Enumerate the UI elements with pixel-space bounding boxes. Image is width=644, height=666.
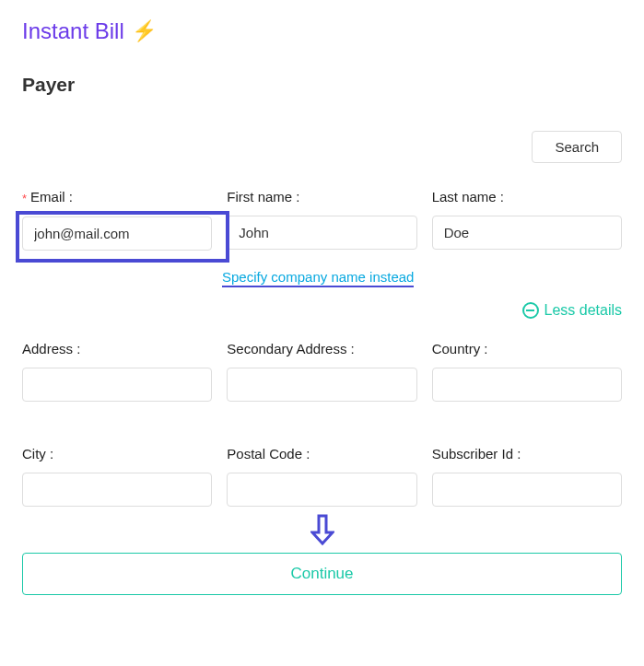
specify-company-link[interactable]: Specify company name instead — [222, 269, 414, 287]
required-star-icon: * — [22, 192, 27, 205]
country-input[interactable] — [432, 368, 622, 402]
secondary-address-input[interactable] — [227, 368, 416, 402]
postal-code-input[interactable] — [227, 473, 416, 507]
email-label: *Email : — [22, 189, 212, 205]
continue-button[interactable]: Continue — [22, 553, 622, 595]
subscriber-id-label: Subscriber Id : — [432, 446, 622, 462]
less-details-label: Less details — [544, 302, 623, 319]
city-input[interactable] — [22, 473, 212, 507]
page-title: Instant Bill ⚡ — [22, 18, 622, 44]
country-label: Country : — [432, 341, 622, 356]
title-text: Instant Bill — [22, 18, 124, 44]
first-name-input[interactable] — [227, 216, 416, 250]
address-label: Address : — [22, 341, 212, 356]
address-input[interactable] — [22, 368, 212, 402]
arrow-down-icon — [310, 514, 334, 545]
minus-circle-icon — [522, 302, 539, 319]
less-details-toggle[interactable]: Less details — [522, 302, 623, 319]
bolt-icon: ⚡ — [132, 19, 157, 43]
subscriber-id-input[interactable] — [432, 473, 622, 507]
last-name-label: Last name : — [432, 189, 622, 204]
search-button[interactable]: Search — [532, 131, 622, 163]
email-input[interactable] — [22, 216, 212, 251]
last-name-input[interactable] — [432, 216, 622, 250]
secondary-address-label: Secondary Address : — [227, 341, 416, 356]
city-label: City : — [22, 446, 212, 462]
first-name-label: First name : — [227, 189, 416, 204]
section-heading: Payer — [22, 74, 622, 96]
postal-code-label: Postal Code : — [227, 446, 416, 462]
